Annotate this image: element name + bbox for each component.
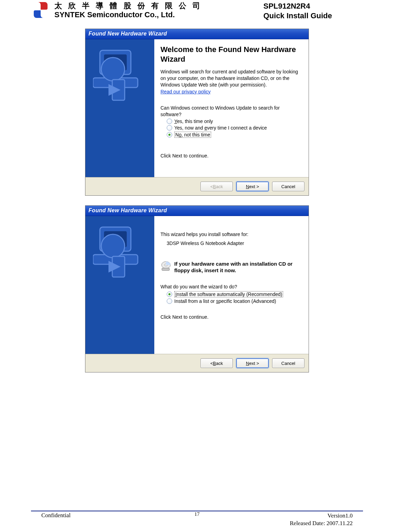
button-bar: < Back Next > Cancel — [85, 177, 309, 195]
page-footer: Confidential 17 Version1.0 Released Date… — [31, 512, 363, 527]
radio-advanced-install[interactable]: Install from a list or specific location… — [167, 298, 301, 304]
wizard-question: What do you want the wizard to do? — [160, 284, 301, 290]
wizard-dialog-1: Found New Hardware Wizard Welcome to the… — [85, 29, 309, 196]
radio-label: es, this time only — [177, 119, 213, 124]
radio-icon — [167, 298, 172, 304]
radio-yes-once[interactable]: Yes, this time only — [167, 119, 301, 124]
next-button[interactable]: Next > — [236, 182, 269, 191]
radio-label: Install from a list or specific location… — [174, 298, 276, 304]
radio-yes-always[interactable]: Yes, now and every time I connect a devi… — [167, 125, 301, 131]
svg-rect-12 — [162, 268, 169, 270]
click-next-text: Click Next to continue. — [160, 314, 301, 320]
cancel-button[interactable]: Cancel — [272, 182, 304, 191]
click-next-text: Click Next to continue. — [160, 153, 301, 159]
footer-version: Version1.0 — [249, 512, 353, 520]
product-code: SPL912N2R4 — [263, 1, 332, 11]
wizard-dialog-2: Found New Hardware Wizard This wizard he… — [85, 205, 309, 372]
wizard-question: Can Windows connect to Windows Update to… — [160, 105, 301, 118]
page-header: 太 欣 半 導 體 股 份 有 限 公 司 SYNTEK Semiconduct… — [31, 0, 363, 20]
privacy-policy-link[interactable]: Read our privacy policy — [160, 89, 211, 94]
company-name-cn: 太 欣 半 導 體 股 份 有 限 公 司 — [54, 1, 202, 10]
radio-label: Install the software automatically (Reco… — [174, 291, 283, 297]
wizard-sidepanel — [85, 216, 154, 354]
company-logo-icon — [31, 1, 50, 19]
device-name: 3DSP Wireless G Notebook Adapter — [167, 241, 301, 246]
company-name-en: SYNTEK Semiconductor Co., Ltd. — [54, 10, 202, 19]
svg-point-3 — [101, 58, 125, 81]
doc-type: Quick Install Guide — [263, 11, 332, 21]
footer-page-number: 17 — [145, 511, 249, 526]
wizard-sidepanel — [85, 39, 154, 177]
radio-label: No, not this time — [174, 132, 211, 138]
cancel-button[interactable]: Cancel — [272, 358, 304, 368]
titlebar[interactable]: Found New Hardware Wizard — [85, 206, 309, 216]
cd-icon — [160, 260, 172, 272]
radio-auto-install[interactable]: Install the software automatically (Reco… — [167, 291, 301, 297]
cd-instruction: If your hardware came with an installati… — [174, 260, 301, 274]
next-button[interactable]: Next > — [236, 358, 269, 368]
back-button[interactable]: < Back — [200, 358, 233, 368]
radio-icon — [167, 125, 172, 131]
radio-icon — [167, 132, 172, 137]
radio-label: Yes, now and every time I connect a devi… — [174, 125, 267, 131]
helps-text: This wizard helps you install software f… — [160, 231, 301, 238]
titlebar[interactable]: Found New Hardware Wizard — [85, 29, 309, 39]
svg-point-8 — [101, 234, 125, 258]
radio-no[interactable]: No, not this time — [167, 132, 301, 138]
footer-release-date: Released Date: 2007.11.22 — [249, 520, 353, 527]
back-button: < Back — [200, 182, 233, 191]
button-bar: < Back Next > Cancel — [85, 354, 309, 372]
wizard-heading: Welcome to the Found New Hardware Wizard — [160, 45, 301, 64]
wizard-intro-text: Windows will search for current and upda… — [160, 69, 301, 88]
footer-confidential: Confidential — [31, 512, 145, 527]
radio-icon — [167, 291, 172, 297]
radio-icon — [167, 119, 172, 124]
